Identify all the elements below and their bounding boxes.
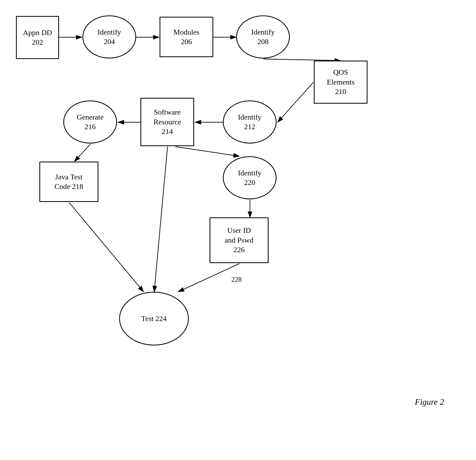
arrow-userid-to-test [178, 264, 239, 292]
node-qos-elements-label: QOSElements210 [327, 67, 354, 96]
node-software-resource: SoftwareResource214 [140, 98, 194, 146]
node-java-test-label: Java TestCode 218 [55, 172, 83, 192]
node-identify-220: Identify220 [223, 156, 277, 199]
node-identify-212-label: Identify212 [238, 112, 262, 132]
node-qos-elements: QOSElements210 [314, 61, 368, 104]
node-software-resource-label: SoftwareResource214 [153, 107, 181, 136]
node-modules-206-label: Modules206 [173, 27, 199, 47]
node-java-test: Java TestCode 218 [39, 162, 98, 202]
node-identify-204-label: Identify204 [98, 27, 121, 47]
arrow-qos-to-identify212 [278, 82, 313, 122]
node-identify-208-label: Identify208 [251, 27, 275, 47]
node-user-id-label: User IDand Pswd226 [225, 226, 253, 255]
node-user-id: User IDand Pswd226 [210, 217, 269, 263]
node-generate-label: Generate216 [77, 112, 103, 132]
node-test-224: Test 224 [119, 292, 189, 345]
node-test-224-label: Test 224 [141, 314, 166, 323]
arrow-javatest-to-test [69, 202, 144, 292]
node-modules-206: Modules206 [160, 17, 213, 57]
node-identify-208: Identify208 [236, 15, 290, 58]
node-identify-204: Identify204 [82, 15, 136, 58]
arrow-software-to-test [154, 147, 168, 292]
node-identify-220-label: Identify220 [238, 168, 262, 188]
node-generate: Generate216 [63, 100, 117, 144]
node-appn-dd: Appn DD 202 [16, 16, 59, 59]
arrow-generate-to-javatest [74, 144, 90, 162]
node-identify-212: Identify212 [223, 100, 277, 144]
arrow-label-228: 228 [231, 276, 242, 283]
arrow-software-to-identify220 [176, 147, 239, 156]
node-appn-dd-label: Appn DD 202 [17, 28, 58, 47]
figure-label: Figure 2 [415, 397, 444, 407]
diagram-container: 228 Appn DD 202 Identify204 Modules206 I… [0, 0, 476, 460]
